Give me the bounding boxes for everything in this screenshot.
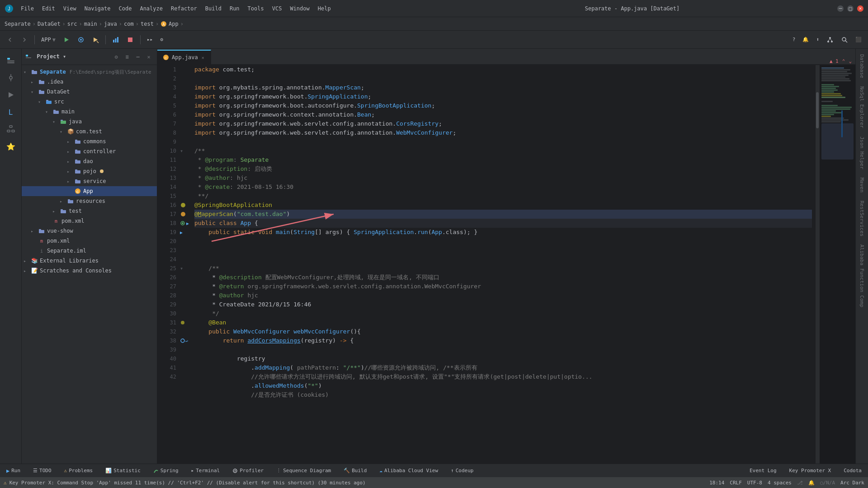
vertical-scrollbar[interactable] <box>816 65 819 464</box>
favorites-icon[interactable]: ⭐ <box>3 138 19 155</box>
breadcrumb-item-com[interactable]: com <box>124 21 134 27</box>
panel-close-icon[interactable]: ✕ <box>144 52 153 61</box>
breadcrumb-item-app[interactable]: A App <box>160 21 179 27</box>
menu-tools[interactable]: Tools <box>244 4 268 14</box>
commit-icon[interactable] <box>3 70 19 86</box>
forward-button[interactable] <box>18 35 31 45</box>
structure-icon[interactable] <box>3 121 19 137</box>
theme-label[interactable]: Arc Dark <box>840 480 864 486</box>
tab-event-log[interactable]: Event Log <box>747 465 779 476</box>
tree-item-dao[interactable]: ▸ dao <box>22 156 157 166</box>
menu-window[interactable]: Window <box>286 4 313 14</box>
cursor-position[interactable]: 18:14 <box>709 480 724 486</box>
vcs-button[interactable] <box>824 35 836 45</box>
tab-build[interactable]: 🔨 Build <box>341 465 369 476</box>
run-button[interactable] <box>60 35 73 45</box>
json-helper-panel-icon[interactable]: Json Helper <box>857 133 867 173</box>
breadcrumb-item-separate[interactable]: Separate <box>5 21 31 27</box>
tree-item-iml[interactable]: i Separate.iml <box>22 246 157 256</box>
charset[interactable]: UTF-8 <box>747 480 762 486</box>
tree-item-vueshow[interactable]: ▸ vue-show <box>22 226 157 236</box>
run-debug-icon[interactable] <box>3 87 19 103</box>
menu-file[interactable]: File <box>17 4 38 14</box>
run-with-coverage-button[interactable] <box>89 35 102 45</box>
tree-item-dataget[interactable]: ▾ DataGet <box>22 87 157 97</box>
tab-close-icon[interactable]: ✕ <box>201 54 205 61</box>
panel-expand-icon[interactable]: ≡ <box>123 52 132 61</box>
tree-item-src[interactable]: ▾ src <box>22 97 157 107</box>
menu-run[interactable]: Run <box>226 4 243 14</box>
stop-button[interactable] <box>124 35 137 45</box>
menu-analyze[interactable]: Analyze <box>136 4 166 14</box>
minimize-button[interactable]: ─ <box>837 5 844 12</box>
notification-button[interactable]: 🔔 <box>800 35 811 44</box>
navigate-down-icon[interactable]: ⌄ <box>849 58 852 64</box>
breadcrumb-item-test[interactable]: test <box>141 21 154 27</box>
tree-item-app[interactable]: C App <box>22 186 157 196</box>
navigate-up-icon[interactable]: ⌃ <box>842 58 845 64</box>
tab-codota[interactable]: Codota <box>841 465 864 476</box>
tree-item-service[interactable]: ▸ service <box>22 176 157 186</box>
panel-settings-icon[interactable]: ⚙ <box>112 52 121 61</box>
project-view-icon[interactable] <box>3 52 19 69</box>
leetcode-icon[interactable]: L <box>3 104 19 120</box>
maximize-button[interactable]: □ <box>847 5 854 12</box>
code-content[interactable]: package com.test; import org.mybatis.spr… <box>191 65 816 464</box>
back-button[interactable] <box>4 35 16 45</box>
code-editor[interactable]: 1 2 3 4 5 6 7 8 9 10 11 12 13 14 15 16 1 <box>157 65 855 464</box>
run-config-selector[interactable]: APP ▼ <box>38 35 58 44</box>
notifications-icon[interactable]: 🔔 <box>808 480 815 486</box>
tree-item-idea[interactable]: ▸ .idea <box>22 77 157 87</box>
find-usages-button[interactable] <box>838 35 851 45</box>
tab-spring[interactable]: Spring <box>151 465 181 476</box>
scrollbar-thumb[interactable] <box>816 92 819 128</box>
share-button[interactable]: ⬆ <box>813 35 822 44</box>
debug-button[interactable] <box>75 35 87 45</box>
restservices-panel-icon[interactable]: RestServices <box>857 197 867 240</box>
maven-panel-icon[interactable]: Maven <box>857 174 867 196</box>
step-over-button[interactable]: ▸▸ <box>144 35 156 44</box>
breadcrumb-item-dataget[interactable]: DataGet <box>38 21 61 27</box>
tree-item-main[interactable]: ▾ main <box>22 107 157 117</box>
help-button[interactable]: ? <box>790 35 798 44</box>
alibaba-panel-icon[interactable]: Alibaba Function Comp <box>857 241 867 311</box>
line-endings[interactable]: CRLF <box>730 480 742 486</box>
profile-button[interactable] <box>109 35 122 45</box>
tab-alibaba-cloud-view[interactable]: ☁ Alibaba Cloud View <box>377 465 441 476</box>
tab-key-promoter[interactable]: Key Promoter X <box>787 465 834 476</box>
menu-view[interactable]: View <box>60 4 80 14</box>
tab-problems[interactable]: ⚠ Problems <box>61 465 96 476</box>
indentation[interactable]: 4 spaces <box>768 480 792 486</box>
tab-terminal[interactable]: ▸ Terminal <box>189 465 223 476</box>
tree-item-java[interactable]: ▾ java <box>22 117 157 127</box>
menu-code[interactable]: Code <box>115 4 136 14</box>
tree-item-separate[interactable]: ▾ Separate F:\Ended\spring项目\Separate <box>22 67 157 77</box>
menu-build[interactable]: Build <box>202 4 225 14</box>
tree-item-pom-root[interactable]: m pom.xml <box>22 236 157 246</box>
menu-navigate[interactable]: Navigate <box>81 4 114 14</box>
tab-codeup[interactable]: ↑ Codeup <box>448 465 476 476</box>
tree-item-scratches[interactable]: ▸ 📝 Scratches and Consoles <box>22 266 157 276</box>
breadcrumb-item-main[interactable]: main <box>84 21 97 27</box>
tree-item-pojo[interactable]: ▸ pojo <box>22 166 157 176</box>
tab-sequence-diagram[interactable]: ⋮ Sequence Diagram <box>274 465 334 476</box>
menu-refactor[interactable]: Refactor <box>167 4 201 14</box>
tab-profiler[interactable]: Profiler <box>230 465 266 476</box>
tree-item-comtest[interactable]: ▾ 📦 com.test <box>22 127 157 136</box>
settings-button[interactable]: ⚙ <box>157 35 166 44</box>
panel-collapse-icon[interactable]: — <box>133 52 142 61</box>
tab-statistic[interactable]: 📊 Statistic <box>103 465 143 476</box>
expand-button[interactable]: ⬛ <box>853 35 864 44</box>
tree-item-commons[interactable]: ▸ commons <box>22 136 157 146</box>
tab-run[interactable]: ▶ Run <box>4 465 23 476</box>
tab-todo[interactable]: ☰ TODO <box>30 465 54 476</box>
breadcrumb-item-java[interactable]: java <box>104 21 117 27</box>
breadcrumb-item-src[interactable]: src <box>67 21 77 27</box>
close-button[interactable]: ✕ <box>857 5 863 12</box>
menu-help[interactable]: Help <box>314 4 335 14</box>
menu-edit[interactable]: Edit <box>38 4 59 14</box>
tree-item-resources[interactable]: ▸ resources <box>22 196 157 206</box>
nosql-panel-icon[interactable]: NoSql Explorer <box>857 83 867 132</box>
tab-app-java[interactable]: C App.java ✕ <box>157 50 211 64</box>
tree-item-external-libs[interactable]: ▸ 📚 External Libraries <box>22 256 157 266</box>
